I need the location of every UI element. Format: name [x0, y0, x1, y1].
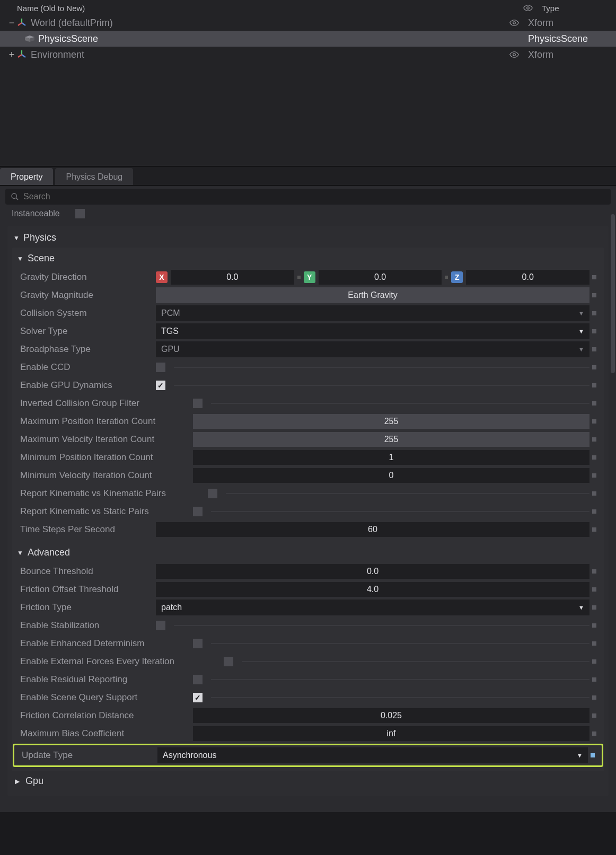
min-pos-iter-input[interactable]: 1 [193, 450, 589, 465]
reset-button[interactable] [589, 365, 599, 369]
gravity-y-input[interactable]: 0.0 [319, 270, 442, 285]
reset-button[interactable] [589, 437, 599, 442]
residual-checkbox[interactable] [193, 675, 203, 684]
label: Inverted Collision Group Filter [17, 398, 193, 409]
label: Gravity Direction [17, 272, 156, 283]
reset-button[interactable] [589, 569, 599, 574]
row-enable-stabilization: Enable Stabilization [14, 616, 602, 634]
reset-button[interactable] [589, 587, 599, 592]
enable-ccd-checkbox[interactable] [156, 363, 165, 372]
label: Minimum Position Iteration Count [17, 452, 193, 463]
tab-property[interactable]: Property [0, 168, 53, 185]
row-inverted-collision: Inverted Collision Group Filter [14, 394, 602, 412]
update-type-select[interactable]: Asynchronous ▼ [157, 747, 588, 763]
enable-gpu-dynamics-checkbox[interactable] [156, 381, 165, 390]
row-solver-type: Solver Type TGS ▼ [14, 322, 602, 340]
bounce-threshold-input[interactable]: 0.0 [156, 564, 589, 579]
label: Enable Enhanced Determinism [17, 638, 193, 649]
reset-button[interactable] [589, 605, 599, 610]
svg-point-4 [513, 22, 516, 24]
friction-type-select[interactable]: patch ▼ [156, 600, 589, 615]
scrollbar[interactable] [611, 214, 615, 373]
trail [242, 661, 589, 662]
reset-button[interactable] [589, 695, 599, 700]
friction-corr-input[interactable]: 0.025 [193, 708, 589, 723]
search-box[interactable] [5, 189, 611, 205]
row-friction-offset: Friction Offset Threshold 4.0 [14, 580, 602, 598]
reset-button[interactable] [589, 491, 599, 496]
select-value: GPU [161, 345, 578, 354]
tree-row-physicsscene[interactable]: PhysicsScene PhysicsScene [0, 31, 616, 47]
row-friction-type: Friction Type patch ▼ [14, 598, 602, 616]
reset-button[interactable] [589, 677, 599, 682]
instanceable-checkbox[interactable] [75, 209, 85, 218]
reset-button[interactable] [589, 641, 599, 646]
expand-toggle[interactable]: + [6, 49, 17, 60]
broadphase-type-select[interactable]: GPU ▼ [156, 341, 589, 357]
reset-button[interactable] [588, 753, 597, 757]
scene-query-checkbox[interactable] [193, 693, 203, 702]
ext-forces-checkbox[interactable] [224, 657, 233, 666]
header-name[interactable]: Name (Old to New) [6, 4, 517, 13]
reset-button[interactable] [589, 329, 599, 333]
scene-tree-rows: − World (defaultPrim) Xform [0, 15, 616, 166]
reset-button[interactable] [589, 293, 599, 297]
report-kk-checkbox[interactable] [208, 489, 217, 498]
tree-row-environment[interactable]: + Environment Xform [0, 47, 616, 63]
reset-button[interactable] [589, 311, 599, 315]
reset-button[interactable] [589, 713, 599, 718]
max-pos-iter-input[interactable]: 255 [193, 414, 589, 429]
timesteps-input[interactable]: 60 [156, 522, 589, 537]
subsection-scene-header[interactable]: ▼ Scene [14, 251, 602, 268]
reset-button[interactable] [589, 347, 599, 351]
tab-physics-debug[interactable]: Physics Debug [55, 168, 133, 185]
label: Maximum Velocity Iteration Count [17, 434, 193, 445]
svg-line-10 [22, 55, 25, 57]
reset-button[interactable] [589, 419, 599, 424]
row-enable-scene-query: Enable Scene Query Support [14, 689, 602, 707]
enable-stabilization-checkbox[interactable] [156, 621, 165, 630]
solver-type-select[interactable]: TGS ▼ [156, 323, 589, 339]
reset-button[interactable] [589, 509, 599, 514]
search-input[interactable] [23, 192, 605, 201]
visibility-toggle[interactable] [504, 18, 525, 28]
row-enable-residual: Enable Residual Reporting [14, 671, 602, 689]
min-vel-iter-input[interactable]: 0 [193, 468, 589, 483]
reset-button[interactable] [589, 275, 599, 279]
reset-button[interactable] [589, 731, 599, 736]
reset-button[interactable] [589, 401, 599, 406]
label: Maximum Bias Coefficient [17, 728, 193, 739]
expand-toggle[interactable]: − [6, 17, 17, 29]
svg-point-12 [12, 193, 16, 198]
axes-icon [17, 50, 31, 59]
section-physics-header[interactable]: ▼ Physics [11, 230, 605, 248]
scene-tree-header: Name (Old to New) Type [0, 3, 616, 15]
collision-system-select[interactable]: PCM ▼ [156, 305, 589, 321]
reset-button[interactable] [589, 659, 599, 664]
header-type[interactable]: Type [539, 4, 610, 13]
gravity-z-input[interactable]: 0.0 [466, 270, 589, 285]
max-bias-input[interactable]: inf [193, 726, 589, 741]
row-min-vel-iter: Minimum Velocity Iteration Count 0 [14, 466, 602, 484]
reset-button[interactable] [589, 473, 599, 478]
reset-button[interactable] [589, 527, 599, 532]
subsection-advanced-header[interactable]: ▼ Advanced [14, 539, 602, 562]
enhanced-det-checkbox[interactable] [193, 639, 203, 648]
reset-button[interactable] [589, 383, 599, 387]
reset-button[interactable] [589, 455, 599, 460]
tree-item-label: PhysicsScene [38, 33, 504, 45]
report-ks-checkbox[interactable] [193, 507, 203, 516]
chevron-down-icon: ▼ [577, 752, 583, 759]
reset-button[interactable] [589, 623, 599, 628]
trail [211, 679, 589, 680]
friction-offset-input[interactable]: 4.0 [156, 582, 589, 597]
row-collision-system: Collision System PCM ▼ [14, 304, 602, 322]
gravity-x-input[interactable]: 0.0 [171, 270, 294, 285]
subsection-gpu-header[interactable]: ▶ Gpu [11, 771, 605, 791]
visibility-toggle[interactable] [504, 50, 525, 59]
inverted-collision-checkbox[interactable] [193, 399, 203, 408]
tree-row-world[interactable]: − World (defaultPrim) Xform [0, 15, 616, 31]
max-vel-iter-input[interactable]: 255 [193, 432, 589, 447]
earth-gravity-button[interactable]: Earth Gravity [156, 287, 589, 303]
svg-line-9 [18, 55, 22, 57]
